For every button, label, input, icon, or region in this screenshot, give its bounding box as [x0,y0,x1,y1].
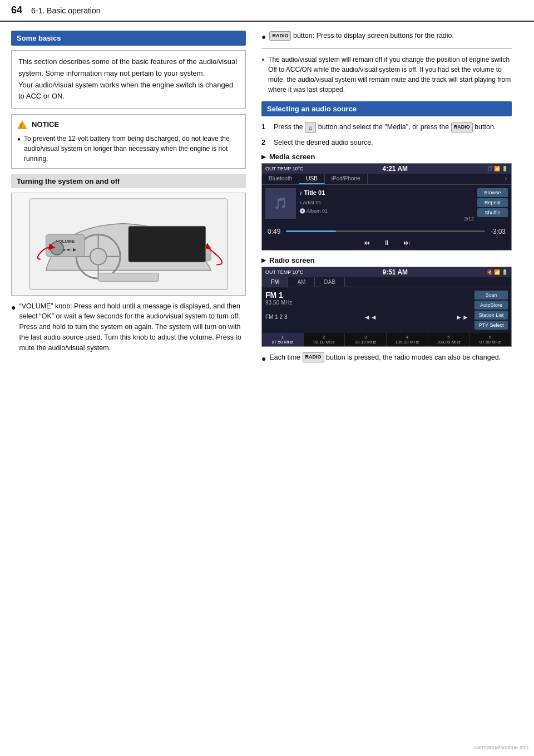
turning-section-header: Turning the system on and off [11,174,246,188]
notice-header: NOTICE [17,119,240,130]
radio-top-left: OUT TEMP 10°C [265,269,304,275]
circle-bullet-1: ● [261,55,265,63]
prev-btn[interactable]: ⏮ [363,239,370,247]
repeat-btn[interactable]: Repeat [477,198,508,207]
media-right-buttons: Browse Repeat Shuffle [477,188,508,223]
autostore-btn[interactable]: AutoStore [474,301,508,310]
right-column: ● RADIO button: Press to display screen … [256,31,512,369]
radio-station-name: FM 1 [265,291,471,300]
pty-select-btn[interactable]: PTY Select [474,321,508,330]
notice-bullet-text: To prevent the 12-volt battery from bein… [24,134,240,164]
radio-top-time: 9:51 AM [383,268,408,276]
volume-text: “VOLUME” knob: Press and hold until a me… [19,301,246,354]
artist-icon: ♪ [299,200,302,205]
bullet-dot-each-time: ● [261,353,266,365]
time-current: 0:49 [268,228,280,235]
scan-btn[interactable]: Scan [474,291,508,300]
divider-1 [261,48,512,49]
radio-next-btn[interactable]: ►► [456,313,469,321]
station-list-btn[interactable]: Station List [474,311,508,320]
radio-main-content: FM 1 93.50 MHz FM 1 2 3 ◄◄ ►► Scan AutoS… [262,287,511,333]
preset-6-freq: 87.50 MHz [471,340,510,345]
track-album: 💿 Album 01 [299,207,474,215]
some-basics-text: This section describes some of the basic… [18,56,239,102]
media-top-icons: 🎵 📶 🔋 [487,166,508,171]
radio-button-bullet: ● RADIO button: Press to display screen … [261,31,512,43]
track-title: ♪ Title 01 [299,188,474,198]
radio-btn-each-time: RADIO [303,352,324,362]
tab-ipod[interactable]: iPod/Phone [325,174,368,184]
media-screen-controls: 0:49 -3:03 [262,227,511,238]
preset-1[interactable]: 1 87.50 MHz [262,333,304,346]
radio-prev-btn[interactable]: ◄◄ [364,313,377,321]
preset-5-num: 5 [429,335,468,340]
play-pause-btn[interactable]: ⏸ [383,239,390,247]
preset-3[interactable]: 3 98.10 MHz [345,333,387,346]
content-area: Some basics This section describes some … [0,22,534,378]
tab-fm[interactable]: FM [262,277,288,287]
tab-arrow[interactable]: › [501,174,511,184]
home-button-icon: ⌂ [305,122,316,133]
progress-fill [286,230,335,232]
page-container: 64 6-1. Basic operation Some basics This… [0,0,534,756]
svg-point-10 [51,242,64,255]
step-2-text: Select the desired audio source. [274,138,373,148]
album-art: 🎵 [265,188,296,219]
preset-4[interactable]: 4 106.10 MHz [387,333,428,346]
some-basics-box: This section describes some of the basic… [11,50,246,109]
radio-right-buttons: Scan AutoStore Station List PTY Select [474,291,508,330]
radio-btn-icon: RADIO [269,31,291,41]
media-screen-content: 🎵 ♪ Title 01 ♪ Artist 01 💿 Album 01 2/12 [262,185,511,227]
media-screen-mockup: OUT TEMP 10°C 4:21 AM 🎵 📶 🔋 Bluetooth US… [261,163,512,251]
tab-usb[interactable]: USB [299,174,325,184]
preset-6[interactable]: 6 87.50 MHz [469,333,511,346]
preset-5[interactable]: 5 108.00 MHz [428,333,470,346]
preset-6-num: 6 [471,335,510,340]
radio-button-container: RADIO button: Press to display screen bu… [269,31,454,41]
media-top-left: OUT TEMP 10°C [265,166,304,171]
browse-btn[interactable]: Browse [477,188,508,197]
media-screen-label: Media screen [261,153,512,161]
preset-2[interactable]: 2 90.10 MHz [304,333,345,346]
step-2: 2 Select the desired audio source. [261,138,512,148]
each-time-bullet: ● Each time RADIO button is pressed, the… [261,352,512,365]
notice-box: NOTICE To prevent the 12-volt battery fr… [11,114,246,169]
step-2-num: 2 [261,138,269,148]
preset-3-freq: 98.10 MHz [346,340,385,345]
progress-bar[interactable] [286,230,484,232]
radio-presets: 1 87.50 MHz 2 90.10 MHz 3 98.10 MHz 4 10… [262,333,511,346]
radio-info: FM 1 93.50 MHz FM 1 2 3 ◄◄ ►► [265,291,471,330]
page-header: 64 6-1. Basic operation [0,0,534,22]
step-1-text: Press the ⌂ button and select the "Media… [274,122,496,133]
tab-bluetooth[interactable]: Bluetooth [262,174,299,184]
radio-playback-controls: FM 1 2 3 ◄◄ ►► [265,313,471,321]
shuffle-btn[interactable]: Shuffle [477,208,508,217]
left-column: Some basics This section describes some … [11,31,256,369]
watermark: carmanualsonline.info [474,744,528,750]
radio-btn-inline-2: RADIO [451,122,473,132]
page-header-title: 6-1. Basic operation [31,6,101,15]
media-screen-tabs: Bluetooth USB iPod/Phone › [262,174,511,185]
notice-bullet-item: To prevent the 12-volt battery from bein… [17,134,240,164]
car-diagram-box: VOLUME ◄×/▶◄○▶ RADIO [11,193,246,296]
tab-dab[interactable]: DAB [315,277,345,287]
step-1-num: 1 [261,122,269,132]
svg-rect-14 [98,273,159,281]
preset-1-num: 1 [263,335,302,340]
album-icon: 💿 [299,208,305,214]
track-artist: ♪ Artist 01 [299,199,474,207]
selecting-audio-header: Selecting an audio source [261,101,512,116]
bullet-dot-radio: ● [261,31,266,43]
radio-station-freq: 93.50 MHz [265,300,471,306]
preset-2-freq: 90.10 MHz [305,340,344,345]
radio-screen-top-bar: OUT TEMP 10°C 9:51 AM 🔇 📶 🔋 [262,267,511,277]
next-btn[interactable]: ⏭ [403,239,410,247]
preset-4-num: 4 [388,335,427,340]
radio-screen-tabs: FM AM DAB [262,277,511,287]
time-remaining: -3:03 [491,228,506,235]
step-1: 1 Press the ⌂ button and select the "Med… [261,122,512,133]
media-playback-controls: ⏮ ⏸ ⏭ [262,238,511,250]
preset-5-freq: 108.00 MHz [429,340,468,345]
tab-am[interactable]: AM [288,277,315,287]
av-system-note: ● The audio/visual system will remain of… [261,55,512,95]
